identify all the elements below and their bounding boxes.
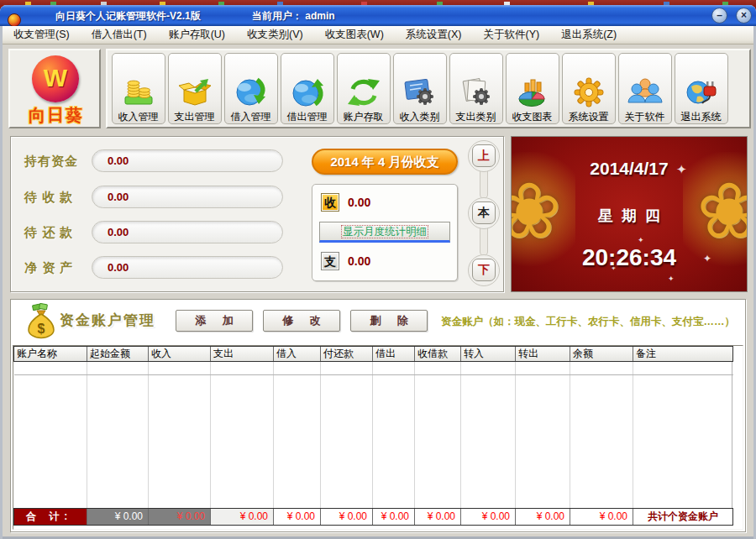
month-expense-value: 0.00	[348, 254, 370, 268]
col-remarks[interactable]: 备注	[633, 347, 732, 361]
clock-panel: ❀ ❀ ✦ ✦ ✦ ✦ ✦ 2014/4/17 星期四 20:26:34	[511, 136, 748, 292]
accounts-title: 资金账户管理	[60, 311, 155, 330]
toolbar-borrow-in-management[interactable]: 借入管理	[224, 53, 278, 124]
prev-month-button[interactable]: 上	[472, 144, 496, 167]
globe-borrow-in-icon	[234, 76, 269, 108]
toolbar-exit[interactable]: 退出系统	[675, 53, 728, 124]
main-toolbar: 收入管理 支出管理 借入管理	[106, 49, 751, 128]
svg-text:$: $	[38, 322, 45, 336]
accounts-table-header: 账户名称 起始金额 收入 支出 借入 付还款 借出 收借款 转入 转出 余额 备…	[13, 346, 733, 362]
month-box: 收 0.00 显示月度统计明细 支 0.00	[312, 184, 458, 281]
receivable-value: 0.00	[92, 186, 283, 208]
people-icon	[627, 76, 663, 108]
toolbar-charts[interactable]: 收支图表	[506, 53, 559, 124]
toolbar-income-management[interactable]: 收入管理	[112, 53, 165, 124]
brand-name: 向日葵	[10, 104, 102, 127]
brand-panel: W 向日葵	[8, 49, 101, 128]
col-repay-paid[interactable]: 付还款	[321, 347, 373, 361]
menu-categories[interactable]: 收支类别(V)	[236, 26, 314, 44]
accounts-table-totals: 合 计: ¥ 0.00 ¥ 0.00 ¥ 0.00 ¥ 0.00 ¥ 0.00 …	[13, 508, 733, 526]
col-start-amount[interactable]: 起始金额	[87, 347, 149, 361]
accounts-panel: $ 资金账户管理 添 加 修 改 删 除 资金账户（如：现金、工行卡、农行卡、信…	[10, 299, 746, 532]
held-funds-label: 持有资金	[24, 154, 97, 170]
modify-account-button[interactable]: 修 改	[263, 310, 340, 332]
monthly-detail-button[interactable]: 显示月度统计明细	[319, 222, 450, 243]
accounts-hint: 资金账户（如：现金、工行卡、农行卡、信用卡、支付宝……）	[441, 315, 735, 329]
total-label: 合 计:	[14, 509, 87, 525]
income-badge: 收	[321, 193, 339, 212]
col-expense[interactable]: 支出	[211, 347, 274, 361]
clock-weekday: 星期四	[512, 206, 747, 226]
toolbar-settings[interactable]: 系统设置	[562, 53, 616, 124]
col-account-name[interactable]: 账户名称	[14, 347, 87, 361]
screen: 向日葵个人记账管理软件-V2.1版 当前用户： admin – × 收支管理(S…	[0, 0, 756, 539]
total-lend-out: ¥ 0.00	[373, 509, 415, 525]
coins-icon	[121, 76, 156, 108]
menu-borrow-lend[interactable]: 借入借出(T)	[81, 26, 158, 44]
repayable-value: 0.00	[92, 221, 283, 243]
menu-about[interactable]: 关于软件(Y)	[472, 26, 550, 44]
expense-badge: 支	[321, 252, 339, 270]
repayable-label: 待 还 款	[24, 225, 97, 241]
next-month-button[interactable]: 下	[472, 259, 496, 281]
toolbar-expense-management[interactable]: 支出管理	[168, 53, 222, 124]
accounts-count-note: 共计个资金账户	[633, 509, 732, 525]
menu-income-expense[interactable]: 收支管理(S)	[3, 26, 81, 44]
toolbar-expense-categories[interactable]: 支出类别	[449, 53, 503, 124]
accounts-table-body	[14, 362, 733, 508]
paper-gear-icon	[459, 76, 494, 108]
col-balance[interactable]: 余额	[570, 347, 633, 361]
total-transfer-in: ¥ 0.00	[461, 509, 516, 525]
menu-settings[interactable]: 系统设置(X)	[395, 26, 473, 44]
gear-icon	[571, 76, 606, 108]
current-user-label: 当前用户：	[252, 10, 302, 22]
col-loan-received[interactable]: 收借款	[415, 347, 461, 361]
toolbar-lend-out-management[interactable]: 借出管理	[281, 53, 334, 124]
col-borrow-in[interactable]: 借入	[274, 347, 321, 361]
sparkle: ✦	[668, 275, 675, 283]
menu-charts[interactable]: 收支图表(W)	[314, 26, 395, 44]
minimize-button[interactable]: –	[711, 8, 727, 24]
month-title: 2014 年 4 月份收支	[312, 149, 458, 175]
current-month-button[interactable]: 本	[472, 201, 496, 224]
transfer-arrows-icon	[346, 76, 381, 108]
receivable-label: 待 收 款	[24, 190, 97, 206]
current-user-value: admin	[305, 10, 334, 22]
empty-row-divider	[14, 374, 733, 375]
add-account-button[interactable]: 添 加	[176, 310, 253, 332]
delete-account-button[interactable]: 删 除	[350, 310, 428, 332]
clock-time: 20:26:34	[512, 244, 747, 271]
clock-date: 2014/4/17	[512, 159, 747, 179]
menu-exit[interactable]: 退出系统(Z)	[550, 26, 627, 44]
box-export-icon	[177, 76, 213, 108]
accounts-table: 账户名称 起始金额 收入 支出 借入 付还款 借出 收借款 转入 转出 余额 备…	[13, 345, 743, 530]
toolbar-account-access[interactable]: 账户存取	[337, 53, 391, 124]
overview-panel: 持有资金 0.00 待 收 款 0.00 待 还 款 0.00 净 资 产 0.…	[10, 136, 504, 292]
titlebar: 向日葵个人记账管理软件-V2.1版 当前用户： admin	[0, 5, 756, 26]
menu-account-access[interactable]: 账户存取(U)	[158, 26, 236, 44]
menubar: 收支管理(S) 借入借出(T) 账户存取(U) 收支类别(V) 收支图表(W) …	[3, 26, 753, 44]
held-funds-value: 0.00	[92, 149, 283, 172]
total-start-amount: ¥ 0.00	[87, 509, 149, 525]
net-assets-label: 净 资 产	[24, 260, 97, 276]
pie-chart-icon	[515, 76, 550, 108]
total-balance: ¥ 0.00	[570, 509, 633, 525]
col-transfer-out[interactable]: 转出	[516, 347, 570, 361]
brand-monogram: W	[32, 55, 79, 102]
window-title: 向日葵个人记账管理软件-V2.1版	[55, 9, 201, 24]
toolbar-income-categories[interactable]: 收入类别	[393, 53, 447, 124]
monthly-detail-label: 显示月度统计明细	[342, 226, 428, 238]
total-income: ¥ 0.00	[149, 509, 211, 525]
close-button[interactable]: ×	[736, 8, 752, 24]
book-gear-icon	[402, 76, 438, 108]
total-borrow-in: ¥ 0.00	[274, 509, 321, 525]
col-transfer-in[interactable]: 转入	[461, 347, 516, 361]
col-income[interactable]: 收入	[149, 347, 211, 361]
globe-plug-icon	[684, 76, 719, 108]
net-assets-value: 0.00	[92, 256, 283, 279]
app-logo-icon	[8, 13, 21, 27]
toolbar-about[interactable]: 关于软件	[618, 53, 672, 124]
col-lend-out[interactable]: 借出	[373, 347, 415, 361]
total-repay-paid: ¥ 0.00	[321, 509, 373, 525]
total-expense: ¥ 0.00	[211, 509, 274, 525]
